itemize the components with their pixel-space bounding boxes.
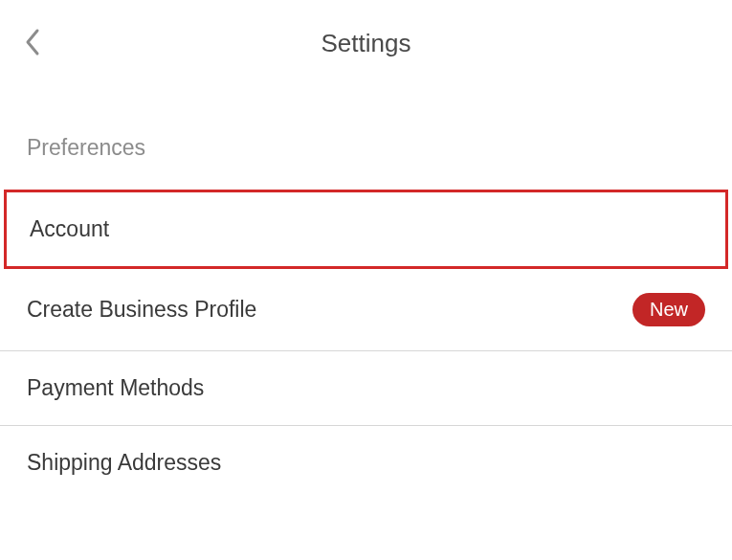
list-item-shipping-addresses[interactable]: Shipping Addresses: [0, 426, 732, 500]
list-item-payment-methods[interactable]: Payment Methods: [0, 351, 732, 426]
list-item-account[interactable]: Account: [4, 190, 728, 269]
list-item-label: Account: [30, 216, 109, 242]
list-item-label: Create Business Profile: [27, 297, 256, 323]
new-badge: New: [632, 293, 705, 326]
back-button[interactable]: [24, 28, 41, 60]
settings-list: Account Create Business Profile New Paym…: [0, 190, 732, 500]
list-item-label: Shipping Addresses: [27, 450, 221, 476]
header: Settings: [0, 0, 732, 78]
list-item-label: Payment Methods: [27, 375, 204, 401]
chevron-left-icon: [24, 28, 41, 60]
section-label: Preferences: [0, 78, 732, 170]
page-title: Settings: [24, 29, 708, 58]
list-item-create-business-profile[interactable]: Create Business Profile New: [0, 269, 732, 351]
